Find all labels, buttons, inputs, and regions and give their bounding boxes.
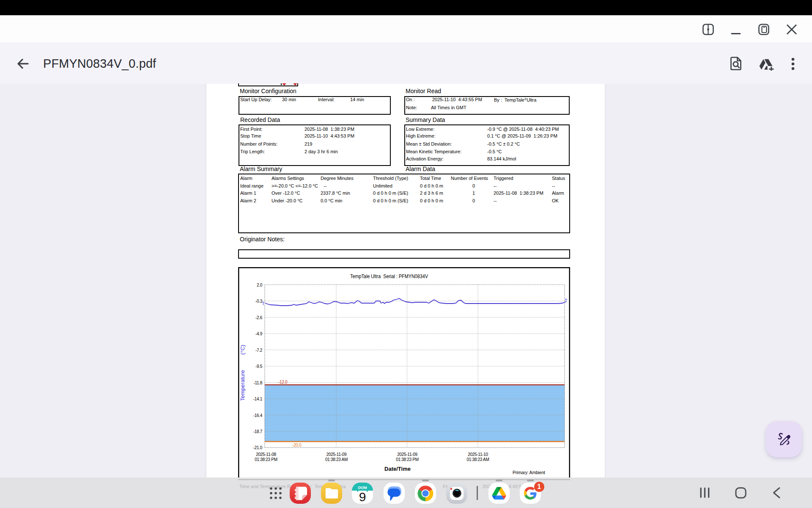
svg-text:-21.0: -21.0 (253, 445, 263, 450)
svg-text:9: 9 (359, 490, 366, 504)
svg-text:01:38:23 AM: 01:38:23 AM (467, 457, 489, 462)
svg-text:Date/Time: Date/Time (384, 466, 411, 472)
svg-text:2025-11-09: 2025-11-09 (326, 452, 347, 457)
svg-text:Primary: Ambient: Primary: Ambient (513, 470, 545, 475)
svg-text:-12.0: -12.0 (278, 380, 288, 384)
svg-text:-11.8: -11.8 (253, 381, 262, 385)
svg-text:-4.9: -4.9 (255, 331, 263, 336)
svg-text:01:38:23 PM: 01:38:23 PM (396, 457, 418, 462)
svg-text:(°C): (°C) (239, 345, 246, 354)
svg-text:-18.7: -18.7 (253, 429, 263, 434)
svg-text:T: T (565, 298, 568, 303)
svg-text:-9.5: -9.5 (255, 364, 263, 369)
svg-text:-2.6: -2.6 (255, 315, 263, 320)
svg-text:2025-11-10: 2025-11-10 (468, 452, 488, 457)
svg-text:2025-11-09: 2025-11-09 (397, 452, 417, 457)
svg-text:TempTale Ultra Serial : PFMYN: TempTale Ultra Serial : PFMYN0834V (350, 273, 428, 279)
svg-text:-20.0: -20.0 (292, 443, 302, 447)
svg-text:DOM: DOM (358, 486, 367, 490)
svg-text:T: T (262, 301, 265, 306)
svg-text:-7.2: -7.2 (255, 348, 263, 353)
svg-text:2.0: 2.0 (257, 283, 263, 287)
svg-text:Temperature: Temperature (239, 370, 246, 401)
svg-text:01:38:23 AM: 01:38:23 AM (325, 457, 348, 462)
svg-text:2025-11-08: 2025-11-08 (256, 452, 276, 457)
svg-text:-16.4: -16.4 (253, 413, 263, 418)
svg-text:01:38:23 PM: 01:38:23 PM (255, 457, 277, 462)
svg-text:-14.1: -14.1 (253, 397, 263, 401)
